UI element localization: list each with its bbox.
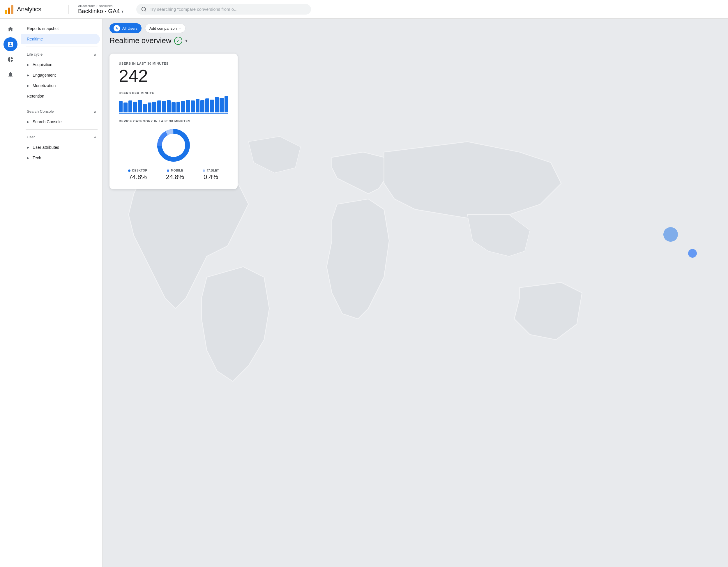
breadcrumb: All accounts › Backlinko — [78, 4, 132, 8]
legend-item-mobile: MOBILE 24.8% — [166, 169, 184, 181]
all-users-chip[interactable]: A All Users — [109, 23, 142, 33]
users-per-minute-chart — [119, 96, 228, 114]
bar-chart-bar — [220, 98, 223, 112]
arrow-icon: ▶ — [27, 63, 29, 67]
tablet-dot — [203, 169, 205, 172]
property-dropdown-icon: ▾ — [121, 9, 123, 14]
sidebar-item-tech[interactable]: ▶ Tech — [21, 153, 100, 163]
bar-chart-bar — [143, 104, 146, 112]
account-selector[interactable]: All accounts › Backlinko Backlinko - GA4… — [73, 4, 132, 15]
nav-explore[interactable] — [3, 52, 17, 66]
bar-chart-bar — [191, 100, 195, 112]
tablet-label: TABLET — [207, 169, 219, 172]
user-chip-avatar: A — [114, 25, 120, 31]
sidebar-item-user-attributes[interactable]: ▶ User attributes — [21, 142, 100, 153]
device-category-label: DEVICE CATEGORY IN LAST 30 MINUTES — [119, 119, 228, 123]
legend-item-desktop: DESKTOP 74.8% — [128, 169, 147, 181]
map-activity-dot-large — [663, 227, 678, 242]
bar-chart-bar — [181, 101, 185, 112]
users-30min-label: USERS IN LAST 30 MINUTES — [119, 62, 228, 65]
app-title: Analytics — [17, 6, 41, 13]
bar-chart-bar — [157, 100, 161, 112]
mobile-value: 24.8% — [166, 173, 184, 181]
breadcrumb-separator: › — [96, 4, 98, 8]
svg-point-0 — [142, 7, 146, 11]
sidebar-group-search-console[interactable]: Search Console ∧ — [21, 106, 102, 116]
map-activity-dot-medium — [688, 249, 697, 258]
sidebar-item-engagement[interactable]: ▶ Engagement — [21, 70, 100, 80]
tablet-value: 0.4% — [204, 173, 218, 181]
sidebar-divider-1 — [26, 47, 98, 47]
donut-chart — [155, 126, 192, 164]
property-name[interactable]: Backlinko - GA4 ▾ — [78, 8, 132, 15]
search-placeholder-text: Try searching "compare conversions from … — [150, 7, 238, 12]
bar-chart-bar — [148, 103, 151, 112]
bar-chart-bar — [225, 96, 228, 112]
status-check-icon: ✓ — [174, 37, 182, 45]
overview-title: Realtime overview — [109, 36, 171, 45]
mobile-label: MOBILE — [171, 169, 183, 172]
arrow-icon: ▶ — [27, 146, 29, 149]
sidebar-item-search-console[interactable]: ▶ Search Console — [21, 116, 100, 127]
bar-chart-bar — [215, 97, 219, 112]
bar-chart-bar — [162, 101, 166, 112]
arrow-icon: ▶ — [27, 156, 29, 160]
bar-chart-bar — [205, 98, 209, 112]
bar-chart-bar — [123, 103, 127, 112]
sidebar-divider-3 — [26, 129, 98, 130]
all-users-label: All Users — [122, 26, 137, 31]
arrow-icon: ▶ — [27, 73, 29, 77]
bar-chart-bar — [186, 100, 190, 112]
sidebar-item-acquisition[interactable]: ▶ Acquisition — [21, 59, 100, 70]
bar-chart-bar — [128, 100, 132, 112]
main-layout: Reports snapshot Realtime Life cycle ∧ ▶… — [0, 19, 728, 567]
sidebar-group-user[interactable]: User ∧ — [21, 132, 102, 142]
header-logo: Analytics — [5, 5, 69, 14]
sidebar-item-monetization[interactable]: ▶ Monetization — [21, 80, 100, 91]
sidebar-item-reports-snapshot[interactable]: Reports snapshot — [21, 23, 100, 34]
breadcrumb-account: Backlinko — [99, 4, 112, 8]
desktop-label: DESKTOP — [132, 169, 147, 172]
header: Analytics All accounts › Backlinko Backl… — [0, 0, 728, 19]
bar-chart-bar — [138, 100, 142, 112]
sidebar-item-retention[interactable]: Retention — [21, 91, 100, 101]
sidebar: Reports snapshot Realtime Life cycle ∧ ▶… — [21, 19, 103, 567]
sidebar-item-realtime[interactable]: Realtime — [21, 34, 100, 44]
plus-icon: + — [179, 26, 181, 31]
nav-advertising[interactable] — [3, 68, 17, 82]
nav-home[interactable] — [3, 22, 17, 36]
search-console-collapse-icon: ∧ — [94, 109, 96, 114]
nav-reports[interactable] — [3, 37, 17, 51]
bar-chart-bar — [167, 100, 171, 112]
device-legend: DESKTOP 74.8% MOBILE 24.8% — [119, 169, 228, 181]
lifecycle-collapse-icon: ∧ — [94, 52, 96, 56]
user-collapse-icon: ∧ — [94, 135, 96, 139]
users-count: 242 — [119, 66, 228, 86]
donut-chart-container — [119, 126, 228, 164]
bar-chart-bar — [210, 100, 214, 112]
analytics-logo-icon — [5, 5, 13, 14]
mobile-dot — [167, 169, 169, 172]
bar-chart-bar — [152, 102, 156, 112]
desktop-dot — [128, 169, 130, 172]
realtime-card: USERS IN LAST 30 MINUTES 242 USERS PER M… — [109, 54, 238, 189]
bar-chart-bar — [172, 102, 175, 112]
users-per-minute-label: USERS PER MINUTE — [119, 91, 228, 95]
desktop-value: 74.8% — [129, 173, 147, 181]
main-top-bar: A All Users Add comparison + — [103, 19, 728, 38]
bar-chart-bar — [196, 99, 199, 112]
arrow-icon: ▶ — [27, 84, 29, 88]
sidebar-group-lifecycle[interactable]: Life cycle ∧ — [21, 49, 102, 59]
icon-nav — [0, 19, 21, 567]
svg-line-1 — [145, 10, 146, 11]
overview-dropdown-icon[interactable]: ▾ — [185, 38, 188, 43]
bar-chart-bar — [200, 100, 204, 112]
arrow-icon: ▶ — [27, 120, 29, 124]
add-comparison-button[interactable]: Add comparison + — [145, 24, 185, 33]
main-content: A All Users Add comparison + Realtime ov… — [103, 19, 728, 567]
search-bar[interactable]: Try searching "compare conversions from … — [136, 4, 311, 15]
breadcrumb-accounts: All accounts — [78, 4, 95, 8]
bar-chart-bar — [133, 102, 137, 112]
search-icon — [141, 6, 147, 12]
legend-item-tablet: TABLET 0.4% — [203, 169, 219, 181]
